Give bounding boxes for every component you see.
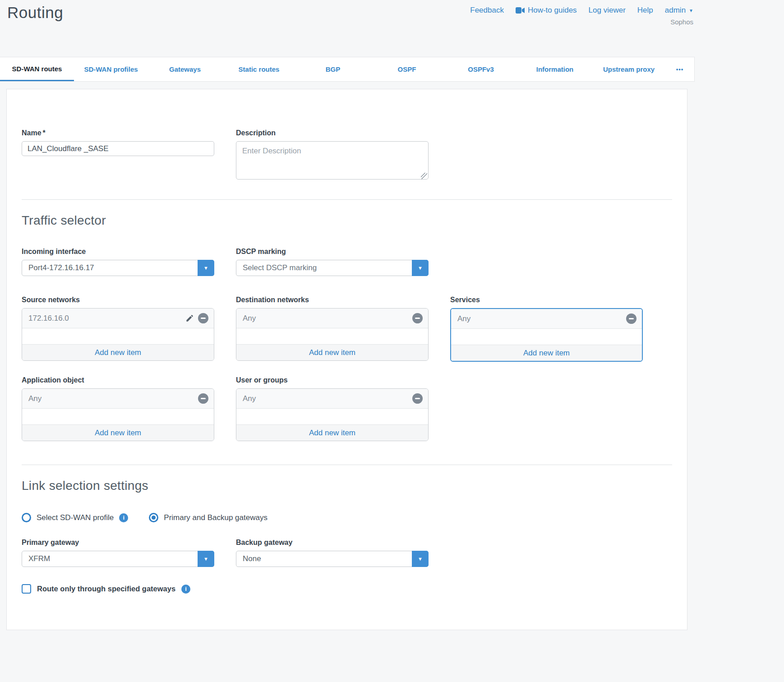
minus-bar [201,318,206,319]
help-link[interactable]: Help [637,6,653,15]
minus-circle-icon[interactable] [626,313,636,324]
list-item-value: Any [243,394,412,403]
howto-guides-link[interactable]: How-to guides [516,6,577,15]
minus-circle-icon[interactable] [412,313,423,323]
primary-gateway-group: Primary gateway XFRM ▼ [22,539,214,567]
description-textarea[interactable] [236,141,429,180]
log-viewer-label: Log viewer [589,6,626,15]
tab-information[interactable]: Information [518,57,592,81]
feedback-link-label: Feedback [470,6,504,15]
list-item: Any [22,389,214,409]
minus-circle-icon[interactable] [412,393,423,404]
admin-menu[interactable]: admin ▼ [665,6,693,15]
list-item-value: 172.16.16.0 [28,314,185,323]
traffic-selector-heading: Traffic selector [22,213,672,228]
incoming-interface-value: Port4-172.16.16.17 [22,260,214,276]
section-divider [22,199,672,200]
info-icon[interactable]: i [119,513,128,522]
minus-circle-icon[interactable] [198,313,208,323]
dropdown-button[interactable]: ▼ [198,260,214,276]
add-new-item-button[interactable]: Add new item [22,344,214,360]
dropdown-button[interactable]: ▼ [412,260,429,276]
tab-static-routes[interactable]: Static routes [222,57,296,81]
listbox-spacer [22,328,214,344]
user-or-groups-label: User or groups [236,376,429,384]
minus-bar [201,398,206,399]
backup-gateway-value: None [236,551,428,567]
name-label-text: Name [22,129,42,137]
primary-gateway-select[interactable]: XFRM ▼ [22,551,214,567]
source-networks-group: Source networks 172.16.16.0 Add new item [22,296,214,362]
listbox-spacer [236,409,428,424]
video-camera-icon [516,7,525,14]
route-only-checkbox-label: Route only through specified gateways [37,585,175,593]
backup-gateway-select[interactable]: None ▼ [236,551,429,567]
admin-menu-label: admin [665,6,686,15]
list-item: Any [236,389,428,409]
chevron-down-icon: ▼ [203,557,208,562]
name-label: Name* [22,129,214,137]
name-field-group: Name* [22,129,214,181]
route-only-checkbox-row: Route only through specified gateways i [22,584,672,594]
radio-icon-selected [149,513,158,522]
dropdown-button[interactable]: ▼ [198,551,214,567]
routing-tab-bar: SD-WAN routes SD-WAN profiles Gateways S… [0,57,695,82]
list-item-value: Any [243,314,412,323]
dscp-marking-value: Select DSCP marking [236,260,428,276]
radio-primary-backup-gateways[interactable]: Primary and Backup gateways [149,513,267,522]
radio-label: Select SD-WAN profile [37,513,114,522]
primary-gateway-label: Primary gateway [22,539,214,547]
source-networks-listbox: 172.16.16.0 Add new item [22,308,214,361]
destination-networks-label: Destination networks [236,296,429,304]
add-new-item-button[interactable]: Add new item [451,345,642,361]
listbox-spacer [22,409,214,424]
chevron-down-icon: ▼ [418,557,423,562]
pencil-icon[interactable] [185,314,194,323]
required-asterisk: * [43,129,46,137]
radio-icon [22,513,31,522]
dscp-marking-group: DSCP marking Select DSCP marking ▼ [236,248,429,276]
tab-upstream-proxy[interactable]: Upstream proxy [592,57,666,81]
listbox-spacer [451,329,642,345]
incoming-interface-label: Incoming interface [22,248,214,256]
tab-ospf[interactable]: OSPF [370,57,444,81]
tab-gateways[interactable]: Gateways [148,57,222,81]
tab-sdwan-routes[interactable]: SD-WAN routes [0,57,74,81]
route-only-checkbox[interactable] [22,584,31,594]
backup-gateway-label: Backup gateway [236,539,429,547]
application-object-listbox: Any Add new item [22,388,214,441]
feedback-link[interactable]: Feedback [470,6,504,15]
services-label: Services [450,296,643,304]
dscp-marking-select[interactable]: Select DSCP marking ▼ [236,260,429,276]
minus-bar [415,318,420,319]
link-selection-heading: Link selection settings [22,479,672,493]
help-label: Help [637,6,653,15]
description-field-group: Description [236,129,429,181]
radio-label: Primary and Backup gateways [164,513,267,522]
tab-bgp[interactable]: BGP [296,57,370,81]
list-item-value: Any [28,394,198,403]
list-item-value: Any [457,314,626,323]
services-group: Services Any Add new item [450,296,643,362]
radio-select-sdwan-profile[interactable]: Select SD-WAN profile i [22,513,128,522]
link-selection-radio-group: Select SD-WAN profile i Primary and Back… [22,513,672,522]
name-input[interactable] [22,141,214,156]
add-new-item-button[interactable]: Add new item [22,424,214,441]
info-icon[interactable]: i [181,585,190,594]
log-viewer-link[interactable]: Log viewer [589,6,626,15]
tab-ospfv3[interactable]: OSPFv3 [444,57,518,81]
incoming-interface-group: Incoming interface Port4-172.16.16.17 ▼ [22,248,214,276]
tab-more-ellipsis[interactable]: ••• [666,57,694,81]
application-object-label: Application object [22,376,214,384]
caret-down-icon: ▼ [689,8,693,13]
add-new-item-button[interactable]: Add new item [236,344,428,360]
add-new-item-button[interactable]: Add new item [236,424,428,441]
dropdown-button[interactable]: ▼ [412,551,429,567]
dscp-marking-label: DSCP marking [236,248,429,256]
page-title: Routing [7,4,63,22]
minus-circle-icon[interactable] [198,393,208,404]
tab-sdwan-profiles[interactable]: SD-WAN profiles [74,57,148,81]
list-item: 172.16.16.0 [22,309,214,328]
backup-gateway-group: Backup gateway None ▼ [236,539,429,567]
incoming-interface-select[interactable]: Port4-172.16.16.17 ▼ [22,260,214,276]
